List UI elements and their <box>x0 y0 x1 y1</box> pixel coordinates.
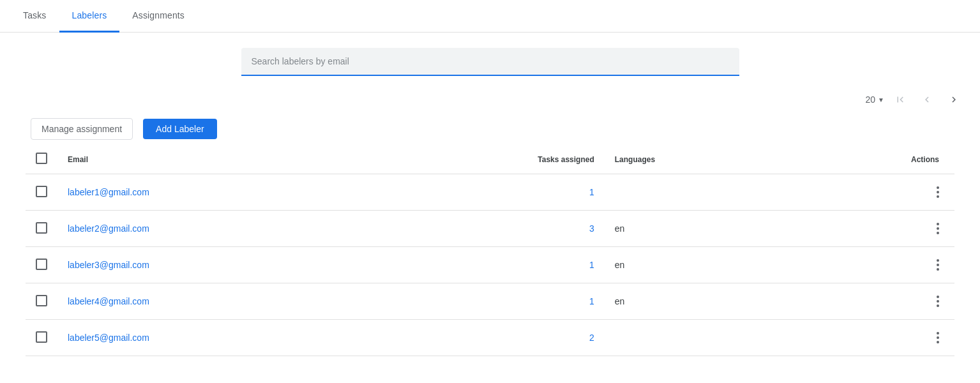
per-page-value: 20 <box>866 94 876 105</box>
row-tasks-assigned[interactable]: 2 <box>369 320 604 356</box>
toolbar: Manage assignment Add Labeler <box>0 113 980 145</box>
col-header-email: Email <box>57 145 369 174</box>
three-dots-icon <box>937 295 939 308</box>
row-checkbox[interactable] <box>36 295 47 306</box>
row-more-button[interactable] <box>931 292 944 310</box>
row-more-button[interactable] <box>931 329 944 347</box>
row-checkbox-cell <box>26 211 57 247</box>
first-page-button[interactable] <box>889 91 911 108</box>
row-checkbox[interactable] <box>36 222 47 234</box>
prev-page-icon <box>921 94 933 105</box>
search-area <box>0 33 980 86</box>
three-dots-icon <box>937 186 939 199</box>
row-tasks-assigned[interactable]: 1 <box>369 283 604 320</box>
per-page-selector[interactable]: 20 ▼ <box>866 94 884 105</box>
row-languages: en <box>605 247 790 283</box>
row-tasks-assigned[interactable]: 1 <box>369 174 604 211</box>
col-header-actions: Actions <box>790 145 954 174</box>
row-email: labeler5@gmail.com <box>57 320 369 356</box>
row-languages <box>605 174 790 211</box>
table-header: Email Tasks assigned Languages Actions <box>26 145 954 174</box>
row-more-button[interactable] <box>931 183 944 201</box>
row-checkbox-cell <box>26 320 57 356</box>
tab-assignments[interactable]: Assignments <box>119 0 197 33</box>
first-page-icon <box>894 94 906 105</box>
next-page-button[interactable] <box>943 91 965 108</box>
three-dots-icon <box>937 259 939 271</box>
header-checkbox-cell <box>26 145 57 174</box>
table-body: labeler1@gmail.com 1 labeler2@gmail.com … <box>26 174 954 356</box>
row-email: labeler4@gmail.com <box>57 283 369 320</box>
labelers-table: Email Tasks assigned Languages Actions l… <box>26 145 954 356</box>
table-row: labeler4@gmail.com 1 en <box>26 283 954 320</box>
three-dots-icon <box>937 222 939 235</box>
row-email: labeler1@gmail.com <box>57 174 369 211</box>
row-actions-cell <box>790 320 954 356</box>
search-input[interactable] <box>241 48 739 76</box>
row-tasks-assigned[interactable]: 3 <box>369 211 604 247</box>
table-row: labeler1@gmail.com 1 <box>26 174 954 211</box>
row-languages: en <box>605 211 790 247</box>
row-actions-cell <box>790 174 954 211</box>
row-actions-cell <box>790 247 954 283</box>
row-checkbox[interactable] <box>36 186 47 197</box>
row-email: labeler3@gmail.com <box>57 247 369 283</box>
row-more-button[interactable] <box>931 256 944 274</box>
row-checkbox[interactable] <box>36 259 47 270</box>
row-languages <box>605 320 790 356</box>
row-languages: en <box>605 283 790 320</box>
row-checkbox-cell <box>26 283 57 320</box>
chevron-down-icon: ▼ <box>878 96 884 103</box>
tab-tasks[interactable]: Tasks <box>10 0 59 33</box>
tabs-nav: Tasks Labelers Assignments <box>0 0 980 33</box>
row-checkbox[interactable] <box>36 331 47 343</box>
prev-page-button[interactable] <box>916 91 938 108</box>
row-tasks-assigned[interactable]: 1 <box>369 247 604 283</box>
row-actions-cell <box>790 211 954 247</box>
next-page-icon <box>948 94 960 105</box>
tab-labelers[interactable]: Labelers <box>59 0 120 33</box>
row-actions-cell <box>790 283 954 320</box>
row-more-button[interactable] <box>931 220 944 237</box>
select-all-checkbox[interactable] <box>36 153 47 164</box>
pagination-row: 20 ▼ <box>0 86 980 113</box>
row-checkbox-cell <box>26 174 57 211</box>
table-row: labeler2@gmail.com 3 en <box>26 211 954 247</box>
add-labeler-button[interactable]: Add Labeler <box>143 119 217 139</box>
labelers-table-container: Email Tasks assigned Languages Actions l… <box>0 145 980 356</box>
three-dots-icon <box>937 331 939 344</box>
row-email: labeler2@gmail.com <box>57 211 369 247</box>
table-row: labeler5@gmail.com 2 <box>26 320 954 356</box>
col-header-tasks: Tasks assigned <box>369 145 604 174</box>
table-row: labeler3@gmail.com 1 en <box>26 247 954 283</box>
row-checkbox-cell <box>26 247 57 283</box>
manage-assignment-button[interactable]: Manage assignment <box>31 118 133 140</box>
col-header-languages: Languages <box>605 145 790 174</box>
